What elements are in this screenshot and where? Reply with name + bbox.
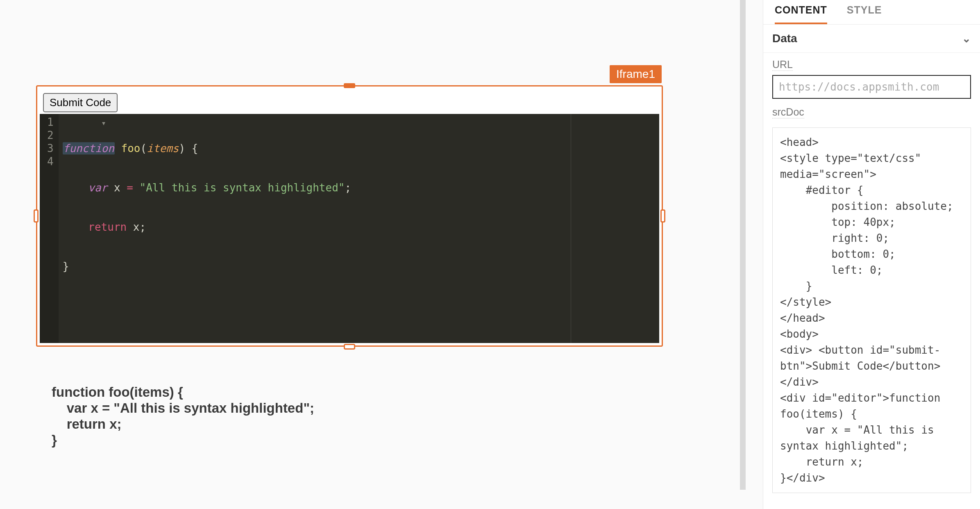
code-area[interactable]: function foo(items) { var x = "All this … [59, 114, 659, 343]
tab-content[interactable]: CONTENT [775, 0, 827, 24]
line-number: 2 [47, 129, 54, 142]
iframe-widget[interactable]: Iframe1 Submit Code 1 2 3 4 ▾ function f… [36, 85, 663, 347]
token-keyword: return [88, 221, 127, 233]
token-keyword: function [63, 142, 115, 155]
srcdoc-label: srcDoc [772, 106, 804, 118]
token-indent [63, 182, 88, 194]
line-number: 3 [47, 142, 54, 155]
iframe-content: Submit Code 1 2 3 4 ▾ function foo(items… [40, 89, 659, 343]
token-punc: { [185, 142, 198, 155]
token-string: "All this is syntax highlighted" [140, 182, 345, 194]
tab-style[interactable]: STYLE [847, 0, 882, 24]
token-param: items [147, 142, 179, 155]
property-panel: CONTENT STYLE Data ⌄ URL srcDoc <head> <… [763, 0, 980, 509]
widget-name-badge: Iframe1 [610, 65, 662, 83]
token-keyword: var [88, 182, 107, 194]
editor-ruler [571, 114, 571, 343]
token-var: x; [127, 221, 146, 233]
field-url: URL [763, 53, 980, 100]
resize-handle-top[interactable] [344, 83, 355, 88]
line-number: 4 [47, 155, 54, 168]
url-input[interactable] [772, 75, 971, 99]
token-var: x [107, 182, 127, 194]
submit-code-button[interactable]: Submit Code [43, 93, 118, 112]
token-punc: ; [345, 182, 351, 194]
code-editor[interactable]: 1 2 3 4 ▾ function foo(items) { var x = … [40, 114, 659, 343]
line-number: 1 [47, 116, 54, 129]
srcdoc-input[interactable]: <head> <style type="text/css" media="scr… [772, 127, 971, 493]
output-text: function foo(items) { var x = "All this … [52, 384, 314, 448]
resize-handle-right[interactable] [660, 209, 665, 223]
token-punc: ) [179, 142, 185, 155]
editor-canvas[interactable]: Iframe1 Submit Code 1 2 3 4 ▾ function f… [0, 0, 746, 509]
panel-tabs: CONTENT STYLE [763, 0, 980, 25]
field-srcdoc: srcDoc [763, 100, 980, 124]
chevron-down-icon: ⌄ [962, 32, 971, 45]
token-punc: ( [141, 142, 147, 155]
section-data-header[interactable]: Data ⌄ [763, 25, 980, 53]
token-indent [63, 221, 88, 233]
resize-handle-left[interactable] [34, 209, 39, 223]
token-space [133, 182, 140, 194]
canvas-scrollbar[interactable] [740, 0, 746, 490]
editor-gutter: 1 2 3 4 [40, 114, 59, 343]
token-punc: } [63, 260, 69, 273]
url-label: URL [772, 59, 793, 71]
resize-handle-bottom[interactable] [344, 344, 355, 350]
token-op: = [127, 182, 133, 194]
token-function: foo [121, 142, 141, 155]
section-title: Data [772, 32, 797, 45]
